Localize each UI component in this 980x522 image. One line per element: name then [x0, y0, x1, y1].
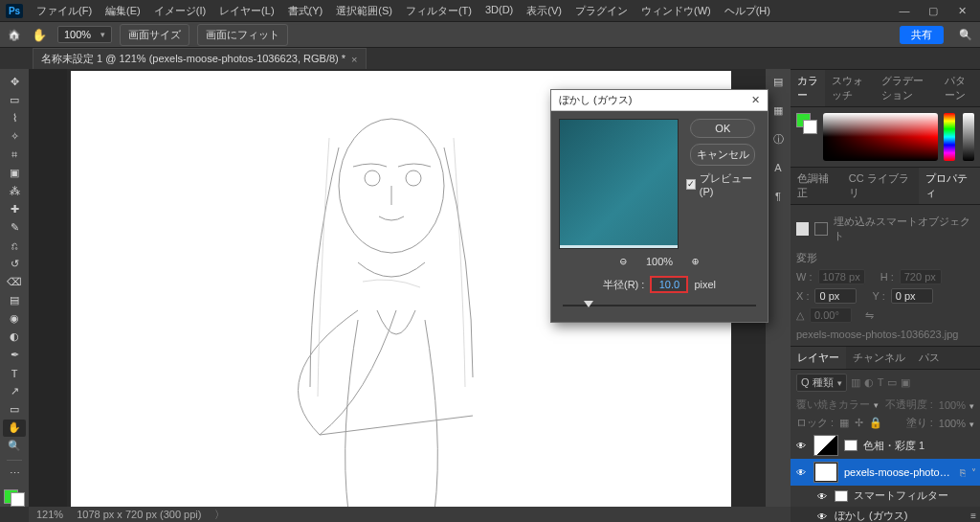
f-txt-icon[interactable]: T — [878, 376, 884, 389]
tab-channels[interactable]: チャンネル — [846, 347, 912, 369]
f-shp-icon[interactable]: ▭ — [887, 376, 897, 389]
char-icon[interactable]: A — [769, 159, 787, 176]
menu-window[interactable]: ウィンドウ(W) — [635, 1, 717, 21]
f-img-icon[interactable]: ▥ — [851, 376, 860, 389]
menu-edit[interactable]: 編集(E) — [100, 1, 146, 21]
chevron-right-icon[interactable]: 〉 — [214, 508, 225, 522]
menu-help[interactable]: ヘルプ(H) — [719, 1, 776, 21]
blend-mode[interactable]: 覆い焼きカラー — [796, 397, 880, 412]
brush-tool[interactable]: ✎ — [3, 218, 26, 236]
flip-h-icon[interactable]: ⇋ — [865, 309, 874, 322]
stamp-tool[interactable]: ⎌ — [3, 237, 26, 254]
edit-toolbar[interactable]: ⋯ — [3, 465, 26, 483]
tab-color[interactable]: カラー — [791, 70, 825, 106]
cancel-button[interactable]: キャンセル — [690, 144, 755, 166]
close-icon[interactable]: × — [351, 54, 357, 65]
color-spectrum[interactable] — [823, 113, 938, 161]
history-brush-tool[interactable]: ↺ — [3, 255, 26, 272]
menu-view[interactable]: 表示(V) — [521, 1, 568, 21]
tab-layers[interactable]: レイヤー — [791, 347, 846, 369]
tab-properties[interactable]: プロパティ — [919, 168, 980, 204]
fill-value[interactable]: 100% — [939, 418, 974, 429]
fit-screen-button[interactable]: 画面サイズ — [120, 24, 189, 46]
crop-tool[interactable]: ⌗ — [3, 146, 26, 163]
visibility-icon[interactable] — [815, 490, 829, 502]
shape-tool[interactable]: ▭ — [3, 401, 26, 419]
blur-tool[interactable]: ◉ — [3, 310, 26, 328]
radius-slider[interactable] — [563, 299, 756, 312]
zoom-field[interactable]: 100% — [57, 26, 112, 43]
path-tool[interactable]: ↗ — [3, 383, 26, 400]
close-icon[interactable]: ✕ — [751, 94, 760, 106]
gradient-tool[interactable]: ▤ — [3, 292, 26, 309]
history-icon[interactable]: ▤ — [769, 73, 787, 90]
dialog-titlebar[interactable]: ぼかし (ガウス) ✕ — [551, 90, 768, 111]
filter-gaussian-blur[interactable]: ぼかし (ガウス) ≡ — [791, 506, 980, 522]
fit-window-button[interactable]: 画面にフィット — [197, 24, 288, 46]
lock-pos-icon[interactable]: ✢ — [855, 417, 863, 429]
pen-tool[interactable]: ✒ — [3, 347, 26, 364]
dialog-preview[interactable] — [559, 119, 679, 249]
preview-checkbox[interactable]: プレビュー(P) — [686, 171, 760, 197]
move-tool[interactable]: ✥ — [3, 73, 26, 90]
hand-tool[interactable]: ✋ — [3, 420, 26, 437]
f-adj-icon[interactable]: ◐ — [864, 376, 874, 389]
para-icon[interactable]: ¶ — [769, 188, 787, 205]
zoom-tool[interactable]: 🔍 — [3, 438, 26, 455]
menu-filter[interactable]: フィルター(T) — [400, 1, 478, 21]
document-tab[interactable]: 名称未設定 1 @ 121% (pexels-moose-photos-1036… — [33, 48, 367, 69]
type-tool[interactable]: T — [3, 365, 26, 382]
marquee-tool[interactable]: ▭ — [3, 91, 26, 108]
visibility-icon[interactable] — [794, 440, 808, 451]
lasso-tool[interactable]: ⌇ — [3, 109, 26, 126]
close-button[interactable]: ✕ — [949, 2, 974, 19]
menu-image[interactable]: イメージ(I) — [148, 1, 212, 21]
zoom-out-icon[interactable]: ⊖ — [620, 255, 627, 268]
minimize-button[interactable]: — — [892, 2, 917, 19]
tab-pattern[interactable]: パターン — [938, 70, 980, 106]
tab-grad[interactable]: グラデーション — [875, 70, 938, 106]
layer-hue-sat[interactable]: 色相・彩度 1 — [791, 432, 980, 459]
lock-pixel-icon[interactable]: ▦ — [839, 417, 849, 429]
dodge-tool[interactable]: ◐ — [3, 329, 26, 346]
background-color[interactable] — [11, 492, 25, 507]
gray-slider[interactable] — [963, 113, 974, 161]
menu-file[interactable]: ファイル(F) — [31, 1, 98, 21]
menu-plugin[interactable]: プラグイン — [569, 1, 634, 21]
info-icon[interactable]: ⓘ — [769, 130, 787, 148]
tab-adjustments[interactable]: 色調補正 — [791, 168, 842, 204]
checkbox-icon[interactable] — [686, 179, 696, 190]
menu-layer[interactable]: レイヤー(L) — [213, 1, 279, 21]
menu-3d[interactable]: 3D(D) — [479, 1, 519, 21]
status-zoom[interactable]: 121% — [36, 509, 63, 520]
tab-paths[interactable]: パス — [912, 347, 947, 369]
wand-tool[interactable]: ✧ — [3, 127, 26, 145]
menu-select[interactable]: 選択範囲(S) — [330, 1, 398, 21]
share-button[interactable]: 共有 — [900, 26, 944, 44]
radius-input[interactable]: 10.0 — [650, 276, 688, 293]
zoom-in-icon[interactable]: ⊕ — [692, 255, 699, 268]
y-value[interactable]: 0 px — [891, 288, 933, 304]
tab-swatches[interactable]: スウォッチ — [825, 70, 874, 106]
maximize-button[interactable]: ▢ — [921, 2, 946, 19]
visibility-icon[interactable] — [815, 511, 829, 522]
eyedropper-tool[interactable]: ⁂ — [3, 182, 26, 199]
home-icon[interactable]: 🏠 — [8, 29, 21, 41]
actions-icon[interactable]: ▦ — [769, 102, 787, 119]
f-smt-icon[interactable]: ▣ — [901, 376, 910, 389]
fx-edit-icon[interactable]: ≡ — [970, 511, 976, 521]
filter-kind[interactable]: Q 種類 — [796, 374, 847, 392]
ok-button[interactable]: OK — [690, 119, 755, 138]
menu-type[interactable]: 書式(Y) — [282, 1, 329, 21]
lock-all-icon[interactable]: 🔒 — [869, 417, 882, 429]
panel-background[interactable] — [803, 120, 817, 134]
color-chips[interactable] — [4, 489, 25, 507]
frame-tool[interactable]: ▣ — [3, 164, 26, 181]
chevron-down-icon[interactable]: ˅ — [971, 467, 976, 478]
opacity-value[interactable]: 100% — [939, 399, 974, 411]
smart-filters-header[interactable]: スマートフィルター — [791, 486, 980, 506]
panel-color-chips[interactable] — [796, 113, 817, 134]
heal-tool[interactable]: ✚ — [3, 200, 26, 217]
visibility-icon[interactable] — [794, 466, 808, 478]
tab-cclib[interactable]: CC ライブラリ — [842, 168, 920, 204]
